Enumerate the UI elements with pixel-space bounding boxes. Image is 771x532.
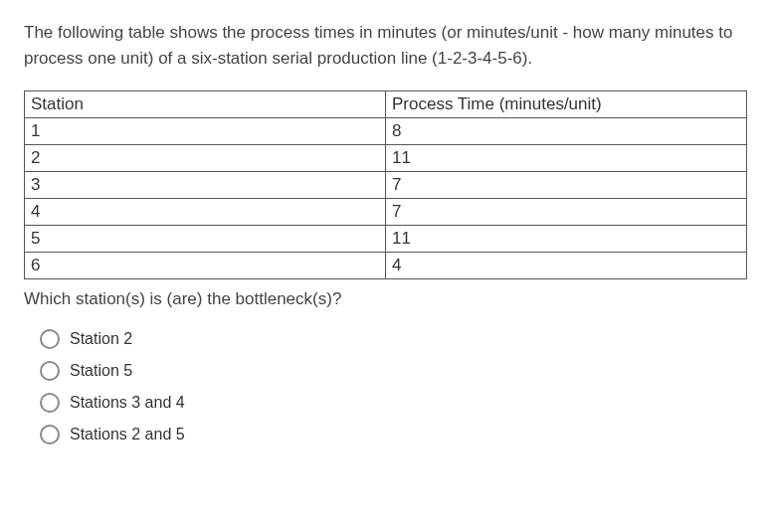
table-row: 3 7	[25, 172, 747, 199]
cell-station: 3	[25, 172, 386, 199]
options-group: Station 2 Station 5 Stations 3 and 4 Sta…	[24, 329, 747, 444]
cell-station: 2	[25, 145, 386, 172]
intro-text: The following table shows the process ti…	[24, 20, 747, 71]
option-station-2[interactable]: Station 2	[40, 329, 747, 349]
radio-icon	[40, 329, 60, 349]
cell-station: 4	[25, 199, 386, 226]
cell-time: 4	[386, 253, 747, 279]
option-label: Station 5	[70, 362, 132, 380]
header-process-time: Process Time (minutes/unit)	[386, 91, 747, 118]
table-row: 1 8	[25, 118, 747, 145]
header-station: Station	[25, 91, 386, 118]
table-header-row: Station Process Time (minutes/unit)	[25, 91, 747, 118]
cell-time: 7	[386, 199, 747, 226]
table-row: 2 11	[25, 145, 747, 172]
radio-icon	[40, 361, 60, 381]
cell-station: 1	[25, 118, 386, 145]
option-label: Station 2	[70, 330, 132, 348]
cell-station: 5	[25, 226, 386, 253]
cell-time: 8	[386, 118, 747, 145]
option-label: Stations 3 and 4	[70, 394, 185, 412]
cell-time: 7	[386, 172, 747, 199]
table-row: 5 11	[25, 226, 747, 253]
cell-time: 11	[386, 145, 747, 172]
option-stations-3-and-4[interactable]: Stations 3 and 4	[40, 393, 747, 413]
option-label: Stations 2 and 5	[70, 426, 185, 443]
option-stations-2-and-5[interactable]: Stations 2 and 5	[40, 425, 747, 444]
radio-icon	[40, 393, 60, 413]
table-row: 4 7	[25, 199, 747, 226]
process-time-table: Station Process Time (minutes/unit) 1 8 …	[24, 90, 747, 279]
radio-icon	[40, 425, 60, 444]
question-text: Which station(s) is (are) the bottleneck…	[24, 289, 747, 309]
table-row: 6 4	[25, 253, 747, 279]
cell-station: 6	[25, 253, 386, 279]
option-station-5[interactable]: Station 5	[40, 361, 747, 381]
cell-time: 11	[386, 226, 747, 253]
